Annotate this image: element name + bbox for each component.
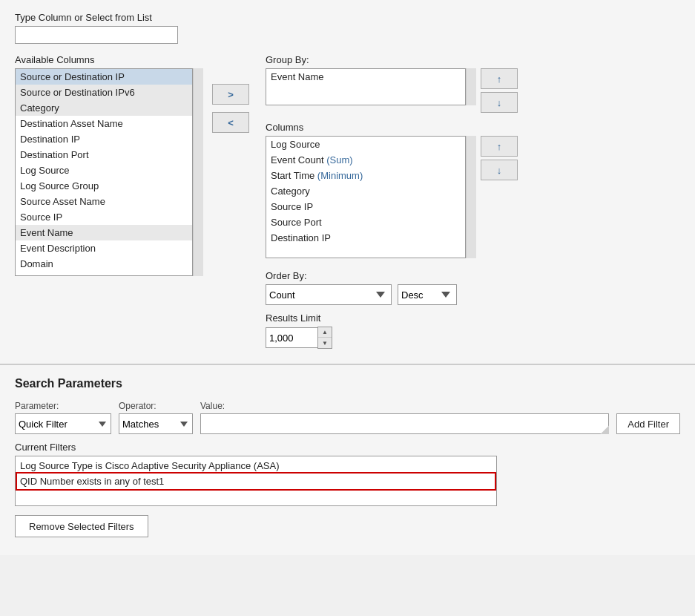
- order-by-label: Order By:: [266, 270, 680, 281]
- columns-list[interactable]: Log SourceEvent Count (Sum)Start Time (M…: [266, 136, 466, 258]
- value-label: Value:: [200, 401, 609, 411]
- column-item[interactable]: Event Count (Sum): [266, 152, 465, 168]
- list-item[interactable]: Domain: [16, 256, 192, 272]
- operator-select[interactable]: MatchesEqualsContainsNot Equals: [119, 413, 193, 434]
- column-item[interactable]: Start Time (Minimum): [266, 168, 465, 183]
- list-item[interactable]: Source Asset Name: [16, 194, 192, 209]
- parameter-label: Parameter:: [15, 401, 111, 411]
- results-limit-up[interactable]: ▲: [318, 327, 332, 338]
- group-by-scrollbar[interactable]: [466, 68, 476, 105]
- operator-label: Operator:: [119, 401, 193, 411]
- list-item[interactable]: Source or Destination IPv6: [16, 85, 192, 100]
- list-item[interactable]: Source IP: [16, 209, 192, 225]
- filter-item[interactable]: Log Source Type is Cisco Adaptive Securi…: [17, 458, 495, 474]
- current-filters-label: Current Filters: [15, 442, 680, 453]
- columns-section-label: Columns: [266, 122, 680, 133]
- column-item[interactable]: Category: [266, 183, 465, 199]
- filter-item[interactable]: QID Number exists in any of test1: [17, 474, 495, 489]
- column-down-button[interactable]: ↓: [481, 160, 518, 180]
- column-item[interactable]: Source Port: [266, 214, 465, 230]
- group-by-list[interactable]: Event Name: [266, 68, 466, 105]
- available-columns-list[interactable]: Source or Destination IPSource or Destin…: [15, 68, 193, 276]
- list-item[interactable]: Log Source Group: [16, 178, 192, 194]
- add-column-button[interactable]: >: [212, 84, 249, 105]
- available-columns-scrollbar[interactable]: [193, 68, 203, 276]
- results-limit-spinner[interactable]: ▲ ▼: [317, 327, 332, 349]
- list-item[interactable]: Anomaly Alert Value: [16, 272, 192, 276]
- results-limit-down[interactable]: ▼: [318, 338, 332, 348]
- results-limit-label: Results Limit: [266, 312, 680, 324]
- list-item[interactable]: Source or Destination IP: [16, 69, 192, 85]
- list-item[interactable]: Event Name: [16, 225, 192, 240]
- transfer-buttons: > <: [203, 84, 258, 133]
- group-by-label: Group By:: [266, 54, 680, 65]
- column-item[interactable]: Log Source: [266, 137, 465, 152]
- type-column-label: Type Column or Select from List: [15, 12, 680, 23]
- column-item[interactable]: Destination IP: [266, 230, 465, 246]
- column-item[interactable]: Source IP: [266, 199, 465, 214]
- group-by-down-button[interactable]: ↓: [481, 92, 518, 113]
- add-filter-button[interactable]: Add Filter: [616, 413, 680, 434]
- column-up-button[interactable]: ↑: [481, 136, 518, 157]
- order-direction-select[interactable]: DescAsc: [398, 284, 457, 305]
- current-filters-list[interactable]: Log Source Type is Cisco Adaptive Securi…: [15, 456, 497, 506]
- type-column-input[interactable]: [15, 26, 178, 44]
- remove-column-button[interactable]: <: [212, 112, 249, 133]
- results-limit-input[interactable]: [266, 327, 317, 348]
- list-item[interactable]: Destination Port: [16, 147, 192, 163]
- list-item[interactable]: Destination Asset Name: [16, 116, 192, 131]
- group-by-up-button[interactable]: ↑: [481, 68, 518, 89]
- search-params-title: Search Parameters: [15, 377, 680, 390]
- list-item[interactable]: Category: [16, 100, 192, 116]
- available-columns-label: Available Columns: [15, 54, 203, 65]
- value-input[interactable]: [200, 413, 609, 434]
- list-item[interactable]: Log Source: [16, 163, 192, 178]
- order-by-select[interactable]: CountLog SourceEvent CountStart Time: [266, 284, 392, 305]
- parameter-select[interactable]: Quick FilterLog SourceSource IPDestinati…: [15, 413, 111, 434]
- remove-selected-filters-button[interactable]: Remove Selected Filters: [15, 515, 148, 537]
- columns-scrollbar[interactable]: [466, 136, 476, 258]
- list-item[interactable]: Destination IP: [16, 131, 192, 147]
- list-item[interactable]: Event Description: [16, 240, 192, 256]
- group-by-item[interactable]: Event Name: [266, 69, 465, 85]
